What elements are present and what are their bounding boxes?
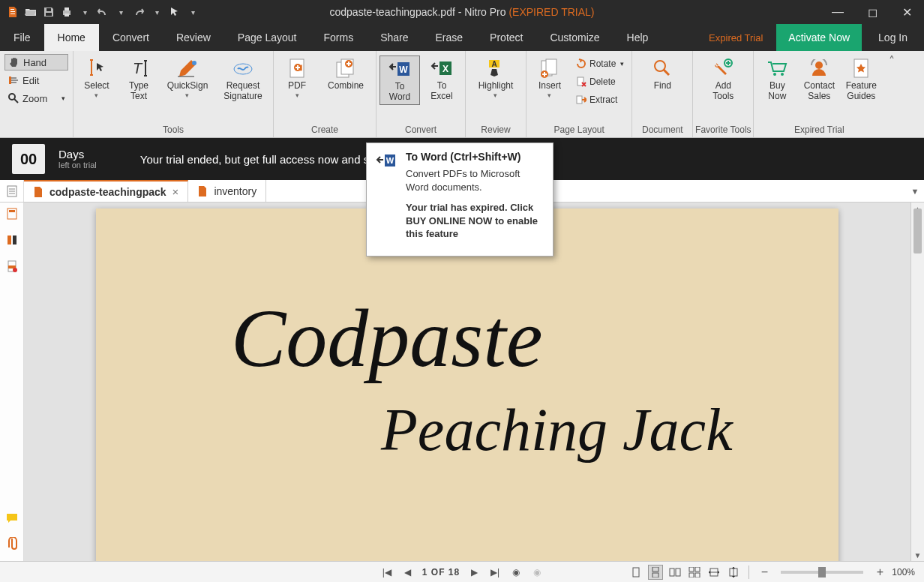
menu-share[interactable]: Share bbox=[367, 24, 422, 51]
type-text-button[interactable]: TType Text bbox=[118, 56, 159, 104]
extract-button[interactable]: Extract bbox=[572, 92, 628, 108]
menu-forms[interactable]: Forms bbox=[310, 24, 367, 51]
request-signature-button[interactable]: Request Signature bbox=[216, 56, 270, 104]
page-text-2: Peaching Jack bbox=[381, 396, 733, 464]
redo-dropdown-icon[interactable]: ▾ bbox=[148, 4, 165, 20]
print-icon[interactable] bbox=[58, 4, 75, 20]
rotate-button[interactable]: Rotate▾ bbox=[572, 56, 628, 72]
to-excel-button[interactable]: XTo Excel bbox=[422, 56, 462, 104]
insert-button[interactable]: Insert▾ bbox=[530, 56, 570, 104]
highlight-button[interactable]: AHighlight▾ bbox=[469, 56, 523, 104]
svg-rect-48 bbox=[695, 567, 700, 572]
select-button[interactable]: Select▾ bbox=[76, 56, 117, 104]
svg-rect-3 bbox=[64, 8, 69, 10]
fit-page-button[interactable] bbox=[726, 565, 741, 580]
ribbon-group-favorite-tools: Add Tools Favorite Tools bbox=[693, 51, 754, 137]
find-button[interactable]: Find bbox=[635, 56, 689, 104]
open-icon[interactable] bbox=[22, 4, 39, 20]
vertical-scrollbar[interactable]: ▲ ▼ bbox=[910, 202, 924, 561]
menu-review[interactable]: Review bbox=[163, 24, 224, 51]
next-page-button[interactable]: ▶ bbox=[467, 566, 481, 579]
menu-help[interactable]: Help bbox=[614, 24, 662, 51]
facing-view-button[interactable] bbox=[668, 565, 682, 580]
zoom-percent[interactable]: 100% bbox=[892, 567, 915, 578]
signatures-panel-icon[interactable] bbox=[6, 260, 18, 276]
undo-dropdown-icon[interactable]: ▾ bbox=[112, 4, 129, 20]
page-content: Codpaste Peaching Jack bbox=[96, 208, 838, 561]
days-left-label: left on trial bbox=[58, 160, 97, 170]
close-tab-1-icon[interactable]: × bbox=[172, 185, 179, 198]
doc-tab-2[interactable]: inventory bbox=[188, 180, 266, 202]
scroll-thumb[interactable] bbox=[914, 208, 922, 254]
fit-width-button[interactable] bbox=[706, 565, 722, 580]
last-page-button[interactable]: ▶| bbox=[488, 566, 502, 579]
contact-sales-button[interactable]: Contact Sales bbox=[799, 56, 839, 104]
ribbon-collapse-button[interactable]: ˄ bbox=[884, 51, 899, 137]
edit-tool-button[interactable]: Edit bbox=[4, 72, 68, 88]
menu-customize[interactable]: Customize bbox=[536, 24, 613, 51]
menu-file[interactable]: File bbox=[0, 24, 44, 51]
svg-rect-36 bbox=[9, 210, 15, 212]
qat-customize-icon[interactable]: ▾ bbox=[184, 4, 201, 20]
single-page-view-button[interactable] bbox=[628, 565, 644, 580]
buy-now-button[interactable]: Buy Now bbox=[757, 56, 797, 104]
next-view-button[interactable]: ◉ bbox=[530, 566, 544, 579]
extract-label: Extract bbox=[590, 94, 617, 105]
maximize-button[interactable]: ◻ bbox=[855, 0, 890, 24]
svg-text:A: A bbox=[491, 60, 496, 68]
feature-guides-button[interactable]: Feature Guides bbox=[841, 56, 881, 104]
sidebar-toggle-top[interactable] bbox=[0, 180, 24, 202]
attachments-panel-icon[interactable] bbox=[7, 537, 17, 554]
combine-button[interactable]: Combine bbox=[319, 56, 373, 104]
zoom-slider-knob[interactable] bbox=[818, 567, 826, 578]
delete-button[interactable]: Delete bbox=[572, 74, 628, 90]
menu-erase[interactable]: Erase bbox=[422, 24, 477, 51]
to-word-label: To Word bbox=[389, 82, 410, 103]
redo-icon[interactable] bbox=[130, 4, 147, 20]
doc-tab-1[interactable]: codpaste-teachingpack × bbox=[24, 180, 188, 202]
prev-page-button[interactable]: ◀ bbox=[401, 566, 415, 579]
zoom-in-button[interactable]: + bbox=[872, 565, 887, 580]
svg-rect-50 bbox=[695, 573, 700, 578]
ribbon: Hand Edit Zoom▾ Select▾ TType Text Quick… bbox=[0, 51, 924, 138]
menu-protect[interactable]: Protect bbox=[476, 24, 536, 51]
close-button[interactable]: ✕ bbox=[890, 0, 924, 24]
first-page-button[interactable]: |◀ bbox=[380, 566, 394, 579]
continuous-view-button[interactable] bbox=[648, 565, 663, 580]
facing-continuous-view-button[interactable] bbox=[687, 565, 702, 580]
log-in-link[interactable]: Log In bbox=[862, 24, 924, 51]
quicksign-button[interactable]: QuickSign▾ bbox=[160, 56, 214, 104]
pages-panel-icon[interactable] bbox=[6, 207, 18, 224]
svg-point-41 bbox=[13, 268, 17, 272]
comments-panel-icon[interactable] bbox=[6, 513, 18, 526]
undo-icon[interactable] bbox=[94, 4, 111, 20]
prev-view-button[interactable]: ◉ bbox=[509, 566, 523, 579]
add-tools-button[interactable]: Add Tools bbox=[696, 56, 750, 104]
save-icon[interactable] bbox=[40, 4, 57, 20]
print-dropdown-icon[interactable]: ▾ bbox=[76, 4, 93, 20]
minimize-button[interactable]: — bbox=[820, 0, 855, 24]
feature-guides-label: Feature Guides bbox=[846, 81, 877, 102]
bookmarks-panel-icon[interactable] bbox=[6, 234, 18, 249]
title-app: - Nitro Pro bbox=[455, 6, 509, 18]
group-fav-label: Favorite Tools bbox=[693, 122, 753, 137]
menu-page-layout[interactable]: Page Layout bbox=[224, 24, 310, 51]
cursor-icon[interactable] bbox=[166, 4, 183, 20]
quick-access-toolbar: ▾ ▾ ▾ ▾ bbox=[0, 4, 201, 20]
hand-tool-button[interactable]: Hand bbox=[4, 54, 68, 70]
title-bar: ▾ ▾ ▾ ▾ codpaste-teachingpack.pdf - Nitr… bbox=[0, 0, 924, 24]
zoom-tool-button[interactable]: Zoom▾ bbox=[4, 90, 68, 106]
menu-home[interactable]: Home bbox=[44, 24, 99, 51]
activate-now-button[interactable]: Activate Now bbox=[776, 24, 862, 51]
scroll-down-icon[interactable]: ▼ bbox=[911, 549, 924, 561]
menu-convert[interactable]: Convert bbox=[99, 24, 163, 51]
add-tools-label: Add Tools bbox=[712, 81, 734, 102]
to-word-button[interactable]: WTo Word bbox=[380, 56, 420, 105]
app-icon[interactable] bbox=[4, 4, 21, 20]
pdf-button[interactable]: PDF▾ bbox=[277, 56, 317, 104]
expired-trial-link[interactable]: Expired Trial bbox=[695, 24, 776, 51]
svg-text:W: W bbox=[386, 156, 394, 165]
tab-list-dropdown[interactable]: ▼ bbox=[906, 180, 924, 202]
zoom-out-button[interactable]: − bbox=[757, 565, 772, 580]
zoom-slider[interactable] bbox=[781, 571, 863, 574]
